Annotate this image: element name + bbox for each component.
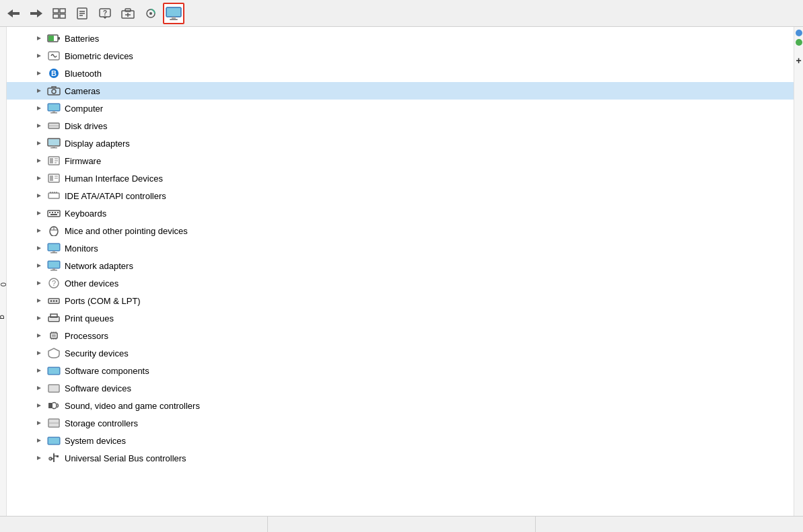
svg-marker-63 (37, 194, 41, 198)
device-label-hid: Human Interface Devices (65, 174, 163, 184)
svg-rect-89 (50, 270, 57, 271)
svg-rect-71 (49, 212, 50, 213)
svg-marker-133 (53, 453, 55, 454)
forward-button[interactable] (26, 3, 47, 24)
back-button[interactable] (3, 3, 24, 24)
battery-icon (47, 32, 61, 45)
properties-button[interactable] (48, 3, 70, 24)
chevron-icon-sound (34, 400, 44, 411)
software_dev-icon (47, 381, 61, 395)
svg-marker-80 (37, 246, 41, 250)
chevron-icon-software_comp (34, 365, 44, 376)
device-label-print: Print queues (65, 313, 114, 324)
software_comp-icon (47, 364, 61, 377)
sound-icon (47, 399, 61, 412)
device-label-network: Network adapters (65, 261, 133, 271)
chevron-icon-processor (34, 330, 44, 341)
svg-marker-52 (37, 159, 41, 163)
device-item-processor[interactable]: Processors (7, 327, 794, 344)
help-button[interactable]: ? (94, 3, 116, 24)
device-item-disk[interactable]: Disk drives (7, 117, 794, 135)
svg-marker-112 (37, 369, 41, 373)
device-label-computer: Computer (65, 104, 103, 114)
device-item-print[interactable]: Print queues (7, 309, 794, 327)
device-item-software_dev[interactable]: Software devices (7, 379, 794, 397)
device-label-monitor: Monitors (65, 243, 98, 254)
device-item-software_comp[interactable]: Software components (7, 362, 794, 379)
device-item-usb[interactable]: Universal Serial Bus controllers (7, 449, 794, 467)
main-area: 0 ɡ BatteriesBiometric devicesBBluetooth… (0, 27, 803, 516)
device-item-hid[interactable]: Human Interface Devices (7, 169, 794, 187)
processor-icon (47, 329, 61, 342)
chevron-icon-monitor (34, 243, 44, 254)
svg-rect-16 (125, 9, 131, 11)
device-item-monitor[interactable]: Monitors (7, 239, 794, 257)
device-item-storage[interactable]: Storage controllers (7, 414, 794, 432)
device-item-other[interactable]: ?Other devices (7, 274, 794, 292)
chevron-icon-keyboard (34, 208, 44, 219)
scan-button[interactable] (140, 3, 162, 24)
svg-rect-28 (58, 37, 60, 40)
svg-rect-87 (48, 262, 59, 268)
device-item-ports[interactable]: Ports (COM & LPT) (7, 292, 794, 309)
device-label-camera: Cameras (65, 86, 100, 96)
keyboard-icon (47, 206, 61, 220)
svg-marker-26 (37, 36, 41, 40)
statusbar-section-2 (268, 517, 536, 532)
device-label-ports: Ports (COM & LPT) (65, 296, 141, 306)
svg-rect-72 (52, 212, 53, 213)
device-item-display[interactable]: Display adapters (7, 135, 794, 152)
device-item-keyboard[interactable]: Keyboards (7, 204, 794, 222)
device-label-sound: Sound, video and game controllers (65, 401, 200, 411)
device-item-battery[interactable]: Batteries (7, 30, 794, 47)
print-icon (47, 311, 61, 325)
device-item-bluetooth[interactable]: BBluetooth (7, 65, 794, 82)
svg-rect-25 (170, 19, 178, 20)
svg-rect-6 (53, 14, 59, 18)
update-driver-button[interactable] (71, 3, 93, 24)
device-item-firmware[interactable]: Firmware (7, 152, 794, 169)
chevron-icon-other (34, 278, 44, 289)
storage-icon (47, 416, 61, 430)
device-item-biometric[interactable]: Biometric devices (7, 47, 794, 65)
device-item-sound[interactable]: Sound, video and game controllers (7, 397, 794, 414)
svg-rect-60 (50, 176, 53, 181)
svg-marker-0 (7, 9, 13, 17)
svg-point-97 (56, 300, 58, 302)
svg-marker-35 (37, 89, 41, 93)
bluetooth-icon: B (47, 67, 61, 80)
mouse-icon (47, 224, 61, 237)
right-plus: + (796, 55, 801, 66)
svg-rect-23 (167, 8, 180, 16)
svg-rect-54 (50, 158, 53, 163)
device-item-computer[interactable]: Computer (7, 100, 794, 117)
chevron-icon-software_dev (34, 383, 44, 393)
device-item-camera[interactable]: Cameras (7, 82, 794, 100)
chevron-icon-display (34, 138, 44, 149)
svg-rect-24 (172, 17, 176, 19)
svg-rect-42 (50, 112, 57, 114)
other-icon: ? (47, 276, 61, 290)
device-item-system[interactable]: System devices (7, 432, 794, 449)
svg-marker-76 (37, 229, 41, 233)
svg-point-20 (149, 12, 152, 15)
device-item-security[interactable]: Security devices (7, 344, 794, 362)
chevron-icon-system (34, 435, 44, 446)
svg-rect-29 (48, 36, 54, 41)
right-blue-dot (796, 30, 802, 36)
chevron-icon-usb (34, 453, 44, 463)
svg-rect-75 (50, 214, 57, 215)
svg-rect-5 (60, 9, 65, 13)
device-item-mouse[interactable]: Mice and other pointing devices (7, 222, 794, 239)
monitor-button[interactable] (163, 3, 184, 24)
svg-marker-30 (37, 54, 41, 58)
device-label-software_dev: Software devices (65, 383, 131, 393)
device-item-network[interactable]: Network adapters (7, 257, 794, 274)
device-item-ide[interactable]: IDE ATA/ATAPI controllers (7, 187, 794, 204)
device-label-display: Display adapters (65, 139, 130, 149)
usb-icon (47, 451, 61, 465)
biometric-icon (47, 49, 61, 63)
resources-button[interactable] (117, 3, 139, 24)
svg-rect-101 (50, 319, 58, 320)
display-icon (47, 137, 61, 150)
